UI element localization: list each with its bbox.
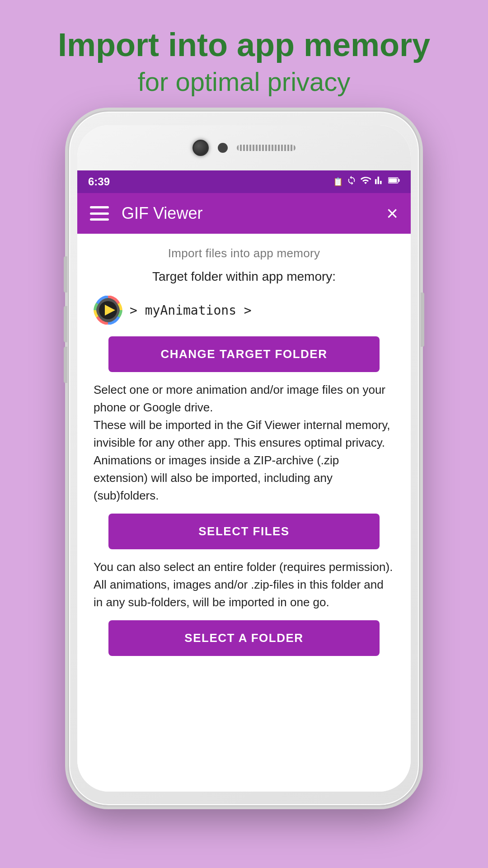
sim-icon: 📋 bbox=[333, 177, 343, 187]
wifi-icon bbox=[360, 175, 371, 189]
app-icon bbox=[94, 296, 122, 325]
info-text-1: Select one or more animation and/or imag… bbox=[94, 381, 394, 505]
camera-sensor bbox=[218, 143, 228, 153]
phone-camera-area bbox=[77, 125, 411, 170]
phone-screen: 6:39 📋 bbox=[77, 125, 411, 792]
bottom-spacer bbox=[94, 665, 394, 674]
phone-mockup: 6:39 📋 bbox=[68, 110, 420, 807]
camera-speaker bbox=[237, 145, 296, 151]
select-folder-button[interactable]: SELECT A FOLDER bbox=[108, 620, 379, 656]
status-icons: 📋 bbox=[333, 175, 400, 189]
folder-row: > myAnimations > bbox=[94, 293, 394, 327]
page-title-line2: for optimal privacy bbox=[36, 66, 452, 97]
sync-icon bbox=[347, 175, 357, 188]
target-folder-label: Target folder within app memory: bbox=[94, 269, 394, 284]
svg-rect-1 bbox=[399, 179, 400, 182]
page-title-line1: Import into app memory bbox=[36, 27, 452, 63]
app-toolbar: GIF Viewer × bbox=[77, 193, 411, 234]
camera-lens bbox=[192, 140, 209, 156]
status-time: 6:39 bbox=[88, 175, 110, 188]
signal-icon bbox=[375, 175, 385, 188]
folder-path: > myAnimations > bbox=[130, 303, 252, 318]
battery-icon bbox=[388, 175, 400, 188]
menu-icon[interactable] bbox=[90, 206, 109, 221]
select-files-button[interactable]: SELECT FILES bbox=[108, 514, 379, 549]
svg-rect-2 bbox=[389, 179, 397, 183]
app-content: Import files into app memory Target fold… bbox=[77, 234, 411, 792]
status-bar: 6:39 📋 bbox=[77, 170, 411, 193]
info-text-2: You can also select an entire folder (re… bbox=[94, 558, 394, 611]
app-title: GIF Viewer bbox=[122, 204, 386, 223]
change-target-folder-button[interactable]: CHANGE TARGET FOLDER bbox=[108, 336, 379, 372]
import-title: Import files into app memory bbox=[94, 246, 394, 260]
close-icon[interactable]: × bbox=[386, 203, 398, 223]
page-header: Import into app memory for optimal priva… bbox=[0, 0, 488, 110]
